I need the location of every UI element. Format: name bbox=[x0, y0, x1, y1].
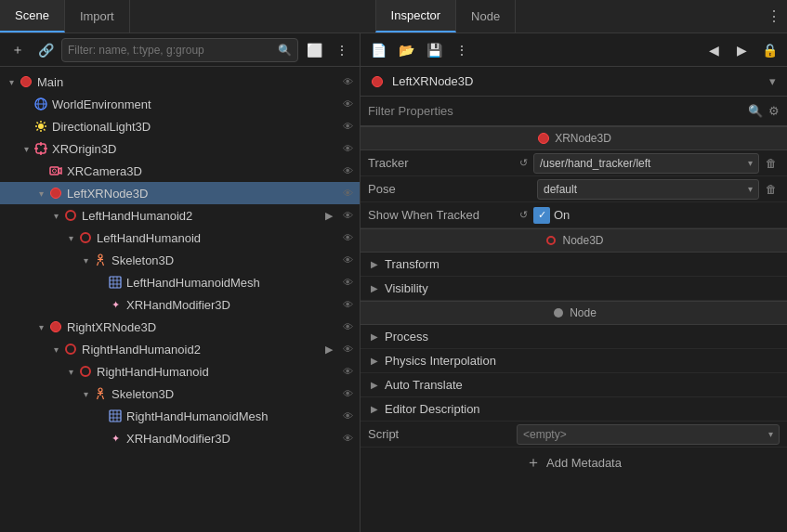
section-process[interactable]: ▶ Process bbox=[361, 325, 787, 349]
eye-xrorigin[interactable]: 👁 bbox=[339, 140, 356, 157]
svg-line-34 bbox=[102, 396, 104, 399]
expand-righthand[interactable]: ▾ bbox=[63, 364, 78, 379]
eye-dirlight[interactable]: 👁 bbox=[339, 118, 356, 135]
tree-item-leftskel[interactable]: ▾ Skeleton3D 👁 bbox=[0, 249, 360, 271]
scene-menu-button[interactable]: ⋮ bbox=[330, 38, 354, 62]
label-rightmod: XRHandModifier3D bbox=[126, 432, 230, 446]
pose-delete-btn[interactable]: 🗑 bbox=[763, 181, 780, 198]
scene-tree: ▾ Main 👁 WorldEnvir bbox=[0, 67, 360, 532]
tracker-delete-btn[interactable]: 🗑 bbox=[763, 155, 780, 172]
tree-item-lefthand[interactable]: ▾ LeftHandHumanoid 👁 bbox=[0, 227, 360, 249]
eye-leftxrnode[interactable]: 👁 bbox=[339, 185, 356, 201]
editor-desc-label: Editor Description bbox=[385, 402, 480, 416]
add-node-button[interactable]: ＋ bbox=[6, 38, 30, 62]
eye-lefthand[interactable]: 👁 bbox=[339, 229, 356, 246]
right-tab-spacer bbox=[516, 0, 761, 32]
tree-item-main[interactable]: ▾ Main 👁 bbox=[0, 71, 360, 93]
tree-item-rightxrnode[interactable]: ▾ RightXRNode3D 👁 bbox=[0, 316, 360, 338]
insp-nav-fwd[interactable]: ▶ bbox=[729, 38, 754, 62]
svg-line-10 bbox=[44, 123, 46, 124]
eye-leftskel[interactable]: 👁 bbox=[339, 252, 356, 268]
insp-lock-btn[interactable]: 🔒 bbox=[757, 38, 781, 62]
expand-lefthand[interactable]: ▾ bbox=[63, 230, 78, 245]
eye-rightskel[interactable]: 👁 bbox=[339, 385, 356, 402]
node-name-dropdown[interactable]: ▾ bbox=[765, 74, 780, 89]
insp-nav-back[interactable]: ◀ bbox=[702, 38, 726, 62]
script-dropdown[interactable]: <empty> ▾ bbox=[517, 424, 780, 445]
expand-dirlight bbox=[19, 119, 33, 134]
right-tab-menu-btn[interactable]: ⋮ bbox=[761, 0, 787, 32]
tab-inspector[interactable]: Inspector bbox=[375, 0, 456, 32]
eye-righthand2[interactable]: 👁 bbox=[339, 341, 356, 357]
eye-rightxrnode[interactable]: 👁 bbox=[339, 318, 356, 335]
tree-item-rightmod[interactable]: ✦ XRHandModifier3D 👁 bbox=[0, 427, 360, 449]
main-layout: ＋ 🔗 🔍 ⬜ ⋮ ▾ Main bbox=[0, 33, 787, 532]
tree-item-lefthand2[interactable]: ▾ LeftHandHumanoid2 ▶ 👁 bbox=[0, 204, 360, 227]
tab-scene[interactable]: Scene bbox=[0, 0, 65, 32]
eye-rightmesh[interactable]: 👁 bbox=[339, 408, 356, 424]
expand-rightmod bbox=[93, 431, 108, 446]
eye-worldenv[interactable]: 👁 bbox=[339, 96, 356, 112]
icon-xrorigin bbox=[33, 141, 48, 156]
tab-node-label: Node bbox=[471, 9, 500, 23]
insp-open-btn[interactable]: 📂 bbox=[394, 38, 418, 62]
eye-leftmesh[interactable]: 👁 bbox=[339, 274, 356, 291]
tree-item-righthand2[interactable]: ▾ RightHandHumanoid2 ▶ 👁 bbox=[0, 338, 360, 360]
physics-interp-arrow: ▶ bbox=[368, 355, 381, 368]
expand-leftxrnode[interactable]: ▾ bbox=[33, 186, 48, 201]
section-physics-interp[interactable]: ▶ Physics Interpolation bbox=[361, 349, 787, 373]
tree-item-leftmesh[interactable]: LeftHandHumanoidMesh 👁 bbox=[0, 271, 360, 293]
tree-item-xrorigin[interactable]: ▾ XROrigin3D 👁 bbox=[0, 137, 360, 160]
expand-xrorigin[interactable]: ▾ bbox=[19, 141, 33, 156]
showtracked-reset-icon[interactable]: ↺ bbox=[517, 209, 530, 222]
expand-leftskel[interactable]: ▾ bbox=[78, 253, 93, 267]
scene-panel: ＋ 🔗 🔍 ⬜ ⋮ ▾ Main bbox=[0, 33, 361, 532]
tracker-reset-icon[interactable]: ↺ bbox=[517, 157, 530, 170]
insp-save-btn[interactable]: 💾 bbox=[422, 38, 446, 62]
link-node-button[interactable]: 🔗 bbox=[33, 38, 58, 62]
eye-leftmod[interactable]: 👁 bbox=[339, 296, 356, 313]
tree-item-leftxrnode[interactable]: ▾ LeftXRNode3D 👁 bbox=[0, 182, 360, 204]
filter-groups-button[interactable]: ⬜ bbox=[302, 38, 326, 62]
tree-item-rightmesh[interactable]: RightHandHumanoidMesh 👁 bbox=[0, 405, 360, 427]
expand-rightmesh bbox=[93, 409, 108, 423]
insp-more-btn[interactable]: ⋮ bbox=[450, 38, 474, 62]
filter-props-search-icon[interactable]: 🔍 bbox=[748, 104, 763, 118]
filter-props-settings-icon[interactable]: ⚙ bbox=[768, 104, 780, 118]
section-visibility[interactable]: ▶ Visibility bbox=[361, 277, 787, 301]
eye-xrcamera[interactable]: 👁 bbox=[339, 162, 356, 179]
expand-rightxrnode[interactable]: ▾ bbox=[33, 319, 48, 334]
pose-dropdown[interactable]: default ▾ bbox=[537, 179, 759, 200]
svg-line-24 bbox=[102, 262, 104, 266]
expand-righthand2[interactable]: ▾ bbox=[48, 342, 63, 357]
eye-righthand[interactable]: 👁 bbox=[339, 363, 356, 380]
tree-item-xrcamera[interactable]: XRCamera3D 👁 bbox=[0, 160, 360, 182]
filter-input-wrap: 🔍 bbox=[61, 38, 298, 62]
section-editor-desc[interactable]: ▶ Editor Description bbox=[361, 397, 787, 422]
tree-item-righthand[interactable]: ▾ RightHandHumanoid 👁 bbox=[0, 360, 360, 383]
tab-import[interactable]: Import bbox=[65, 0, 130, 32]
expand-rightskel[interactable]: ▾ bbox=[78, 386, 93, 401]
tracker-dropdown-arrow: ▾ bbox=[748, 158, 753, 168]
scene-toolbar: ＋ 🔗 🔍 ⬜ ⋮ bbox=[0, 33, 360, 67]
tree-item-leftmod[interactable]: ✦ XRHandModifier3D 👁 bbox=[0, 293, 360, 316]
tracker-dropdown[interactable]: /user/hand_tracker/left ▾ bbox=[533, 153, 759, 174]
add-metadata-row[interactable]: ＋ Add Metadata bbox=[361, 448, 787, 477]
tree-item-dirlight[interactable]: DirectionalLight3D 👁 bbox=[0, 115, 360, 137]
svg-rect-25 bbox=[110, 277, 121, 288]
section-auto-translate[interactable]: ▶ Auto Translate bbox=[361, 373, 787, 397]
expand-lefthand2[interactable]: ▾ bbox=[48, 208, 63, 223]
tree-item-rightskel[interactable]: ▾ Skeleton3D 👁 bbox=[0, 383, 360, 405]
tab-node[interactable]: Node bbox=[456, 0, 516, 32]
eye-main[interactable]: 👁 bbox=[339, 73, 356, 90]
expand-main[interactable]: ▾ bbox=[4, 74, 19, 89]
filter-input[interactable] bbox=[68, 44, 278, 57]
insp-history-btn[interactable]: 📄 bbox=[366, 38, 390, 62]
section-xrnode3d-icon bbox=[536, 131, 551, 146]
section-transform[interactable]: ▶ Transform bbox=[361, 253, 787, 277]
eye-lefthand2[interactable]: 👁 bbox=[339, 207, 356, 224]
showtracked-checkbox[interactable]: ✓ bbox=[533, 207, 550, 224]
eye-rightmod[interactable]: 👁 bbox=[339, 430, 356, 447]
tree-item-worldenv[interactable]: WorldEnvironment 👁 bbox=[0, 93, 360, 115]
icon-lefthand bbox=[78, 230, 93, 245]
